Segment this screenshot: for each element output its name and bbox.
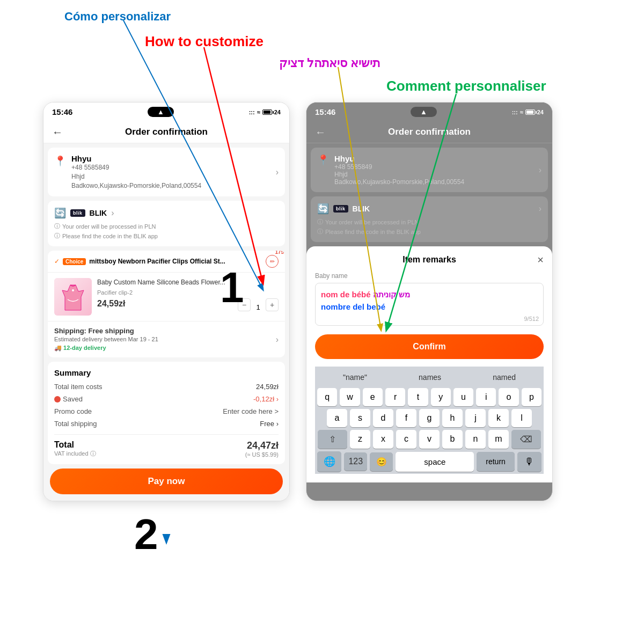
promo-value[interactable]: Enter code here: [223, 407, 279, 415]
key-delete[interactable]: ⌫: [511, 430, 541, 449]
battery-pct-r: 24: [537, 109, 544, 115]
key-d[interactable]: d: [373, 409, 393, 427]
key-n[interactable]: n: [465, 430, 486, 449]
shipping-chevron[interactable]: ›: [276, 335, 279, 345]
key-a[interactable]: a: [327, 409, 347, 427]
right-phone: 15:46 ▲ ::: ≈ 24 ← Order confirmation 📍: [306, 102, 553, 501]
payment-name: BLIK: [90, 209, 107, 217]
key-p[interactable]: p: [522, 388, 541, 406]
address-card[interactable]: 📍 Hhyu +48 5585849 Hhjd Badkowo,Kujawsko…: [48, 148, 285, 196]
qty-increase[interactable]: +: [266, 298, 279, 311]
dimmed-blik-logo: blik: [333, 205, 348, 213]
svg-point-5: [72, 289, 74, 291]
summary-promo[interactable]: Promo code Enter code here: [54, 407, 279, 415]
location-icon: 📍: [54, 155, 66, 167]
suggestion-1[interactable]: "name": [336, 371, 374, 384]
item-costs-label: Total item costs: [54, 383, 103, 391]
keyboard-bottom-row: 🌐 123 😊 space return 🎙: [317, 451, 541, 472]
key-u[interactable]: u: [453, 388, 473, 406]
key-f[interactable]: f: [396, 409, 416, 427]
wifi-icon-r: ≈: [520, 109, 523, 115]
key-emoji[interactable]: 😊: [370, 452, 393, 471]
back-button-right[interactable]: ←: [315, 126, 326, 138]
french-text: nom de bébé: [321, 290, 371, 299]
wifi-icon: ≈: [257, 109, 260, 115]
page-title-left: Order confirmation: [125, 127, 208, 137]
key-w[interactable]: w: [340, 388, 360, 406]
key-k[interactable]: k: [488, 409, 509, 427]
product-row: Baby Custom Name Silicone Beads Flower..…: [48, 273, 285, 321]
key-r[interactable]: r: [385, 388, 405, 406]
qty-control[interactable]: − 1 +: [238, 278, 279, 316]
key-c[interactable]: c: [396, 430, 416, 449]
dimmed-payment-chevron: ›: [539, 204, 541, 214]
payment-chevron[interactable]: ›: [111, 208, 114, 218]
key-shift[interactable]: ⇧: [318, 430, 347, 449]
key-return[interactable]: return: [477, 452, 514, 471]
battery-pct: 24: [274, 109, 281, 115]
v-check-icon: ✓: [54, 258, 60, 265]
modal-title: Item remarks: [402, 255, 456, 265]
product-info: Baby Custom Name Silicone Beads Flower..…: [97, 278, 232, 316]
signal-icon: :::: [249, 109, 255, 115]
key-q[interactable]: q: [317, 388, 337, 406]
left-phone: 15:46 ▲ ::: ≈ 24 ← Order confirmation 📍: [43, 102, 290, 501]
key-i[interactable]: i: [476, 388, 496, 406]
screens-container: 15:46 ▲ ::: ≈ 24 ← Order confirmation 📍: [43, 102, 553, 501]
saved-label: Saved: [54, 395, 83, 403]
status-bar-right: 15:46 ▲ ::: ≈ 24: [306, 103, 552, 121]
key-b[interactable]: b: [442, 430, 463, 449]
summary-shipping[interactable]: Total shipping Free ›: [54, 420, 279, 428]
saved-value: -0,12zł ›: [253, 395, 279, 403]
key-m[interactable]: m: [488, 430, 509, 449]
location-icon-r: 📍: [317, 154, 329, 166]
edit-customize-button[interactable]: ✏ 175%: [266, 255, 279, 268]
dimmed-street: Hhjd: [334, 171, 464, 178]
address-chevron[interactable]: ›: [276, 167, 279, 177]
key-mic[interactable]: 🎙: [517, 452, 541, 472]
key-y[interactable]: y: [431, 388, 451, 406]
step-number-2: 2: [134, 510, 158, 559]
total-values: 24,47zł (≈ US $5.99): [245, 440, 279, 458]
product-header: ✓ Choice mittsboy Newborn Pacifier Clips…: [48, 251, 285, 273]
dimmed-content: 📍 Hhyu +48 5585849 Hhjd Badkowo,Kujawsko…: [306, 143, 552, 246]
key-l[interactable]: l: [511, 409, 532, 427]
key-j[interactable]: j: [465, 409, 486, 427]
modal-close-button[interactable]: ×: [537, 254, 544, 266]
key-x[interactable]: x: [373, 430, 393, 449]
key-o[interactable]: o: [499, 388, 518, 406]
shipping-row[interactable]: Shipping: Free shipping Estimated delive…: [48, 321, 285, 357]
shipping-title: Shipping: Free shipping: [54, 327, 158, 335]
dimmed-note-2: ⓘ Please find the code in the BLIK app: [317, 228, 541, 236]
payment-card[interactable]: 🔄 blik BLIK › ⓘ Your order will be proce…: [48, 201, 285, 246]
keyboard-row-2: a s d f g h j k l: [317, 409, 541, 427]
key-z[interactable]: z: [350, 430, 370, 449]
key-e[interactable]: e: [363, 388, 383, 406]
key-globe[interactable]: 🌐: [317, 451, 341, 472]
suggestion-2[interactable]: names: [412, 371, 448, 384]
product-price: 24,59zł: [97, 299, 232, 309]
key-g[interactable]: g: [419, 409, 440, 427]
annotation-spanish: Cómo personalizar: [64, 10, 171, 24]
recipient-phone: +48 5585849: [71, 163, 270, 172]
suggestion-3[interactable]: named: [486, 371, 522, 384]
back-button-left[interactable]: ←: [52, 126, 63, 138]
address-street: Hhjd: [71, 172, 270, 181]
text-input-area[interactable]: nom de bébé מש קוניתה nombre del bebé 9/…: [315, 283, 544, 326]
key-h[interactable]: h: [442, 409, 463, 427]
confirm-button[interactable]: Confirm: [315, 334, 544, 359]
payment-note-1: ⓘ Your order will be processed in PLN: [54, 222, 279, 230]
content-left: 📍 Hhyu +48 5585849 Hhjd Badkowo,Kujawsko…: [43, 143, 289, 501]
info-icon-1: ⓘ: [54, 222, 60, 230]
payment-section: 🔄 blik BLIK ›: [54, 207, 279, 219]
dimmed-payment-card: 🔄 blik BLIK › ⓘ Your order will be proce…: [311, 196, 548, 242]
pay-button[interactable]: Pay now: [50, 469, 283, 494]
key-space[interactable]: space: [396, 452, 474, 472]
key-t[interactable]: t: [408, 388, 428, 406]
key-s[interactable]: s: [350, 409, 370, 427]
key-v[interactable]: v: [419, 430, 440, 449]
key-123[interactable]: 123: [344, 452, 367, 471]
nav-indicator: ▲: [157, 108, 164, 116]
delivery-badge: 🚚 12-day delivery: [54, 345, 106, 352]
qty-decrease[interactable]: −: [238, 298, 251, 311]
